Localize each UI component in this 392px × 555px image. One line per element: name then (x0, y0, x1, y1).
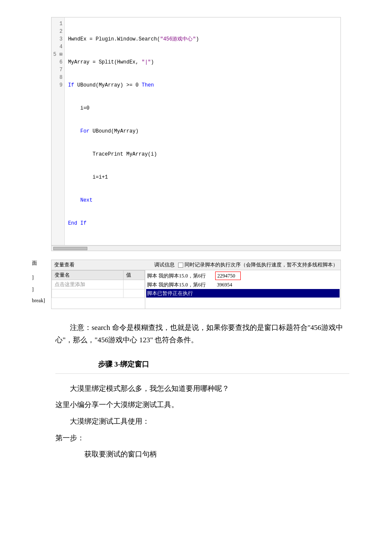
var-viewer-label: 变量查看 (54, 261, 75, 269)
debug-row-3-label: 脚本已暂停正在执行 (147, 289, 215, 297)
body-line-1: 大漠里绑定模式那么多，我怎么知道要用哪种呢？ (55, 382, 349, 396)
body-line-3: 大漠绑定测试工具使用： (55, 415, 349, 428)
code-line-7: i=i+1 (68, 173, 337, 181)
debug-row-3: 脚本已暂停正在执行 (146, 289, 340, 298)
code-line-1: HwndEx = Plugin.Window.Search("456游戏中心") (68, 35, 337, 43)
code-line-8: Next (68, 197, 337, 204)
debug-row-1-label: 脚本 我的脚本15.0，第6行 (147, 272, 215, 280)
code-scrollbar-thumb[interactable] (53, 247, 87, 250)
var-table-empty-name (52, 289, 124, 298)
var-table-add-value (124, 280, 145, 289)
var-table-empty-value (124, 289, 145, 298)
code-line-3: If UBound(MyArray) >= 0 Then (68, 81, 337, 89)
var-table-empty-row (52, 289, 145, 298)
var-table: 变量名 值 点击这里添加 (52, 270, 145, 298)
checkbox-icon[interactable] (178, 263, 183, 268)
var-panel: 变量名 值 点击这里添加 (52, 270, 145, 309)
page-wrapper: 1 2 3 4 5 ⊞ 6 7 8 9 HwndEx = Plugin.Wind… (0, 0, 392, 486)
side-label-3: ] (32, 287, 45, 292)
var-table-header-name: 变量名 (52, 271, 124, 280)
var-table-add-name[interactable]: 点击这里添加 (52, 280, 124, 289)
code-line-5: For UBound(MyArray) (68, 127, 337, 135)
code-content: HwndEx = Plugin.Window.Search("456游戏中心")… (65, 17, 340, 245)
var-table-header-value: 值 (124, 271, 145, 280)
var-table-add-row[interactable]: 点击这里添加 (52, 280, 145, 289)
debug-row-2-value: 396954 (215, 281, 234, 289)
code-line-9: End If (68, 220, 337, 227)
side-label-2: ] (32, 275, 45, 280)
body-line-2: 这里小编分享一个大漠绑定测试工具。 (55, 399, 349, 412)
debug-row-2-label: 脚本 我的脚本15.0，第6行 (147, 281, 215, 289)
code-scrollbar[interactable] (52, 246, 340, 251)
checkbox-label: 同时记录脚本的执行次序（会降低执行速度，暂不支持多线程脚本） (184, 261, 338, 269)
code-line-4: i=0 (68, 104, 337, 112)
debug-main: 变量名 值 点击这里添加 (52, 270, 340, 309)
step-heading: 步骤 3-绑定窗口 (98, 359, 349, 369)
debug-row-1-value: 2294750 (215, 272, 241, 280)
line-numbers: 1 2 3 4 5 ⊞ 6 7 8 9 (52, 17, 65, 245)
checkbox-area[interactable]: 同时记录脚本的执行次序（会降低执行速度，暂不支持多线程脚本） (178, 261, 338, 269)
body-line-5: 获取要测试的窗口句柄 (55, 448, 349, 461)
code-line-6: TracePrint MyArray(i) (68, 150, 337, 158)
side-label-4: break] (32, 298, 45, 303)
code-editor-section: 1 2 3 4 5 ⊞ 6 7 8 9 HwndEx = Plugin.Wind… (51, 17, 341, 251)
debug-row-1: 脚本 我的脚本15.0，第6行 2294750 (146, 271, 340, 280)
side-labels: 面 ] ] break] (32, 260, 45, 303)
main-content: 注意：search 命令是模糊查找，也就是说，如果你要查找的是窗口标题符合"45… (0, 309, 392, 477)
note-paragraph: 注意：search 命令是模糊查找，也就是说，如果你要查找的是窗口标题符合"45… (55, 322, 349, 347)
debug-info-panel: 脚本 我的脚本15.0，第6行 2294750 脚本 我的脚本15.0，第6行 … (145, 270, 340, 309)
code-editor: 1 2 3 4 5 ⊞ 6 7 8 9 HwndEx = Plugin.Wind… (52, 17, 340, 246)
var-table-header-row: 变量名 值 (52, 271, 145, 280)
debug-outer: 面 ] ] break] 变量查看 调试信息 同时记录脚本的执行次序（会降低执行… (51, 260, 341, 309)
divider (55, 373, 349, 374)
debug-toolbar: 变量查看 调试信息 同时记录脚本的执行次序（会降低执行速度，暂不支持多线程脚本） (52, 260, 340, 270)
debug-info-label: 调试信息 (154, 261, 175, 269)
debug-row-2: 脚本 我的脚本15.0，第6行 396954 (146, 280, 340, 289)
debug-section: 变量查看 调试信息 同时记录脚本的执行次序（会降低执行速度，暂不支持多线程脚本）… (51, 260, 341, 309)
code-line-2: MyArray = Split(HwndEx, "|") (68, 58, 337, 66)
side-label-1: 面 (32, 260, 45, 266)
body-line-4: 第一步： (55, 432, 349, 445)
